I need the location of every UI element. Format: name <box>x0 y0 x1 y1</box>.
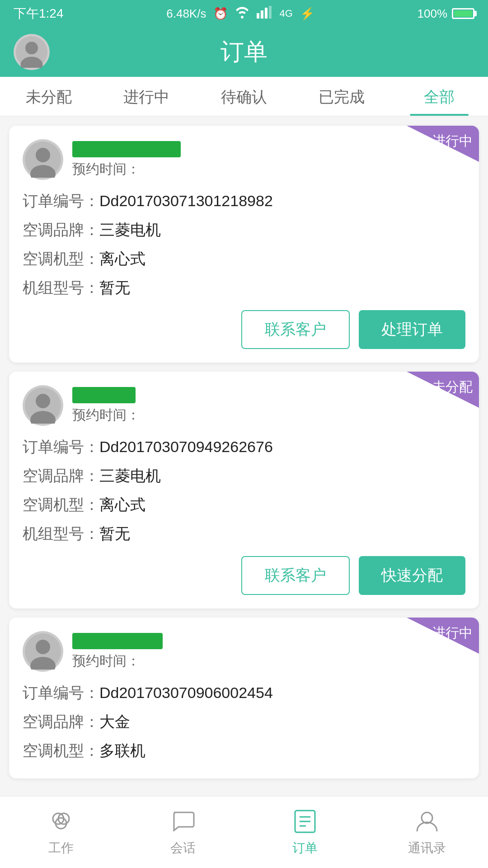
order-card-3: 进行中 预约时间： 订单编号： Dd2017030709060024​54 空调… <box>9 618 479 778</box>
status-center: 6.48K/s ⏰ 4G ⚡ <box>166 6 314 22</box>
card-header-3: 预约时间： <box>23 631 465 672</box>
order-card-1: 进行中 预约时间： 订单编号： Dd2017030713012189​82 空调… <box>9 126 479 363</box>
chat-icon <box>169 808 197 835</box>
tab-unassigned[interactable]: 未分配 <box>0 87 98 116</box>
model-row-1: 机组型号： 暂无 <box>23 278 465 298</box>
bottom-nav: 工作 会话 订单 通讯录 <box>0 796 488 868</box>
battery-icon <box>452 8 474 19</box>
svg-rect-3 <box>269 6 272 19</box>
tab-completed[interactable]: 已完成 <box>293 87 390 116</box>
svg-point-8 <box>36 148 50 162</box>
model-row-2: 机组型号： 暂无 <box>23 524 465 544</box>
status-badge-1: 进行中 <box>407 126 479 162</box>
network-type: 4G <box>279 8 292 19</box>
appt-time-1: 预约时间： <box>72 160 181 179</box>
status-badge-2: 未分配 <box>407 372 479 408</box>
card-header-info-2: 预约时间： <box>72 387 140 425</box>
contact-customer-btn-2[interactable]: 联系客户 <box>241 556 350 595</box>
order-number-value-3: Dd2017030709060024​54 <box>99 684 273 702</box>
tab-pending[interactable]: 待确认 <box>195 87 293 116</box>
svg-point-5 <box>25 42 38 54</box>
order-list: 进行中 预约时间： 订单编号： Dd2017030713012189​82 空调… <box>0 117 488 788</box>
svg-rect-1 <box>261 10 263 19</box>
type-row-2: 空调机型： 离心式 <box>23 495 465 515</box>
card-avatar-3 <box>23 631 63 672</box>
battery-percent: 100% <box>418 7 448 21</box>
order-number-value-2: Dd2017030709492626​76 <box>99 438 273 456</box>
svg-point-14 <box>36 640 50 654</box>
network-speed: 6.48K/s <box>166 7 206 21</box>
contacts-icon <box>413 808 441 835</box>
status-bar: 下午1:24 6.48K/s ⏰ 4G ⚡ 100% <box>0 0 488 27</box>
order-number-row-3: 订单编号： Dd2017030709060024​54 <box>23 683 465 703</box>
card-header-info-3: 预约时间： <box>72 633 163 670</box>
header-avatar <box>14 34 50 70</box>
nav-item-order[interactable]: 订单 <box>244 808 366 857</box>
nav-item-contacts[interactable]: 通讯录 <box>366 808 488 857</box>
brand-row-3: 空调品牌： 大金 <box>23 712 465 732</box>
svg-point-23 <box>422 812 432 823</box>
customer-name-bar-1 <box>72 141 181 157</box>
order-icon <box>291 808 319 835</box>
nav-item-chat[interactable]: 会话 <box>122 808 244 857</box>
order-number-value-1: Dd2017030713012189​82 <box>99 192 273 210</box>
order-card-2: 未分配 预约时间： 订单编号： Dd2017030709492626​76 空调… <box>9 372 479 609</box>
alarm-icon: ⏰ <box>213 7 228 21</box>
card-actions-1: 联系客户 处理订单 <box>23 310 465 349</box>
appt-time-2: 预约时间： <box>72 406 140 425</box>
tab-bar: 未分配 进行中 待确认 已完成 全部 <box>0 77 488 117</box>
card-header-2: 预约时间： <box>23 385 465 426</box>
status-badge-3: 进行中 <box>407 618 479 654</box>
customer-name-bar-3 <box>72 633 163 649</box>
svg-rect-0 <box>257 13 259 19</box>
type-row-1: 空调机型： 离心式 <box>23 249 465 269</box>
quick-assign-btn-2[interactable]: 快速分配 <box>359 556 465 595</box>
nav-item-work[interactable]: 工作 <box>0 808 122 857</box>
tab-inprogress[interactable]: 进行中 <box>98 87 195 116</box>
appt-time-3: 预约时间： <box>72 652 163 670</box>
signal-icon <box>257 6 272 22</box>
battery-area: 100% <box>418 7 475 21</box>
work-icon <box>47 808 75 835</box>
process-order-btn-1[interactable]: 处理订单 <box>359 310 465 349</box>
card-header-1: 预约时间： <box>23 139 465 180</box>
charging-icon: ⚡ <box>300 7 314 21</box>
type-row-3: 空调机型： 多联机 <box>23 741 465 761</box>
svg-point-11 <box>36 394 50 408</box>
svg-rect-2 <box>265 8 267 19</box>
order-number-row-2: 订单编号： Dd2017030709492626​76 <box>23 437 465 458</box>
status-time: 下午1:24 <box>14 5 64 22</box>
card-avatar-1 <box>23 139 63 180</box>
card-actions-2: 联系客户 快速分配 <box>23 556 465 595</box>
tab-all[interactable]: 全部 <box>390 87 488 116</box>
brand-row-1: 空调品牌： 三菱电机 <box>23 220 465 241</box>
header: 订单 <box>0 27 488 77</box>
contact-customer-btn-1[interactable]: 联系客户 <box>241 310 350 349</box>
order-number-row-1: 订单编号： Dd2017030713012189​82 <box>23 191 465 212</box>
wifi-icon <box>235 6 249 22</box>
brand-row-2: 空调品牌： 三菱电机 <box>23 466 465 486</box>
customer-name-bar-2 <box>72 387 136 403</box>
page-title: 订单 <box>221 36 267 68</box>
card-header-info-1: 预约时间： <box>72 141 181 179</box>
card-avatar-2 <box>23 385 63 426</box>
